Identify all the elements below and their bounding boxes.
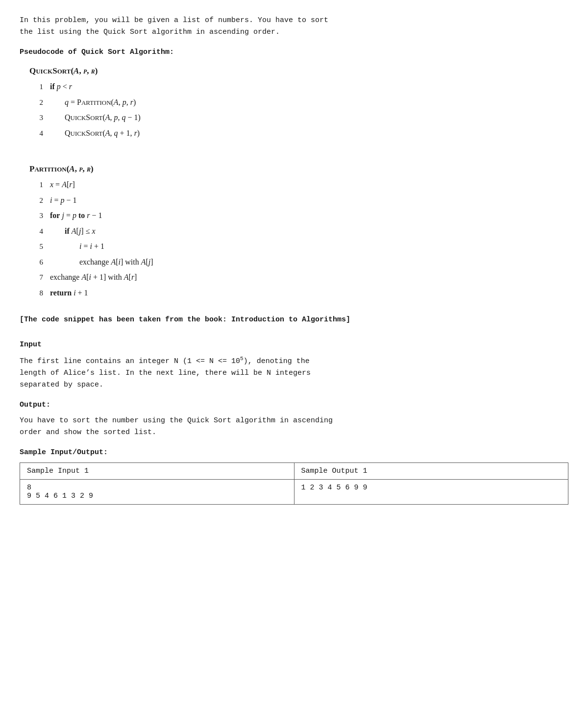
- pt-line-3: 3 for j = p to r − 1: [29, 209, 568, 222]
- sample-heading: Sample Input/Output:: [20, 448, 568, 457]
- pt-line-2: 2 i = p − 1: [29, 194, 568, 207]
- pt-line-4: 4 if A[j] ≤ x: [29, 224, 568, 238]
- source-note-text: [The code snippet has been taken from th…: [20, 316, 350, 324]
- col2-header: Sample Output 1: [294, 463, 568, 480]
- output-body: You have to sort the number using the Qu…: [20, 415, 568, 438]
- input-heading: Input: [20, 340, 568, 349]
- input-val-2: 9 5 4 6 1 3 2 9: [27, 492, 287, 500]
- col1-header: Sample Input 1: [20, 463, 294, 480]
- pseudocode-heading: Pseudocode of Quick Sort Algorithm:: [20, 48, 568, 56]
- intro-paragraph: In this problem, you will be given a lis…: [20, 15, 568, 38]
- quicksort-title: QUICKSORT(A, p, r): [29, 66, 568, 76]
- pt-line-1: 1 x = A[r]: [29, 178, 568, 192]
- input-text-3: separated by space.: [20, 379, 568, 391]
- qs-line-2: 2 q = PARTITION(A, p, r): [29, 96, 568, 109]
- table-data-row: 8 9 5 4 6 1 3 2 9 1 2 3 4 5 6 9 9: [20, 480, 568, 505]
- intro-line-1: In this problem, you will be given a lis…: [20, 15, 568, 26]
- input-val-1: 8: [27, 484, 287, 492]
- intro-line-2: the list using the Quick Sort algorithm …: [20, 26, 568, 38]
- output-text-1: You have to sort the number using the Qu…: [20, 415, 568, 427]
- pt-line-7: 7 exchange A[i + 1] with A[r]: [29, 270, 568, 284]
- input-body: The first line contains an integer N (1 …: [20, 355, 568, 391]
- sample-input-cell: 8 9 5 4 6 1 3 2 9: [20, 480, 294, 505]
- qs-line-4: 4 QUICKSORT(A, q + 1, r): [29, 126, 568, 140]
- pt-line-8: 8 return i + 1: [29, 286, 568, 300]
- sample-output-cell: 1 2 3 4 5 6 9 9: [294, 480, 568, 505]
- quicksort-block: QUICKSORT(A, p, r) 1 if p < r 2 q = PART…: [29, 66, 568, 140]
- input-text-2: length of Alice’s list. In the next line…: [20, 367, 568, 379]
- output-text-2: order and show the sorted list.: [20, 427, 568, 438]
- partition-title: PARTITION(A, p, r): [29, 164, 568, 174]
- input-text-1: The first line contains an integer N (1 …: [20, 355, 568, 367]
- sample-table: Sample Input 1 Sample Output 1 8 9 5 4 6…: [20, 462, 568, 505]
- qs-line-3: 3 QUICKSORT(A, p, q − 1): [29, 111, 568, 124]
- pt-line-6: 6 exchange A[i] with A[j]: [29, 255, 568, 269]
- partition-block: PARTITION(A, p, r) 1 x = A[r] 2 i = p − …: [29, 164, 568, 299]
- pt-line-5: 5 i = i + 1: [29, 240, 568, 253]
- source-note: [The code snippet has been taken from th…: [20, 314, 568, 326]
- qs-line-1: 1 if p < r: [29, 80, 568, 94]
- table-header-row: Sample Input 1 Sample Output 1: [20, 463, 568, 480]
- output-heading: Output:: [20, 401, 568, 409]
